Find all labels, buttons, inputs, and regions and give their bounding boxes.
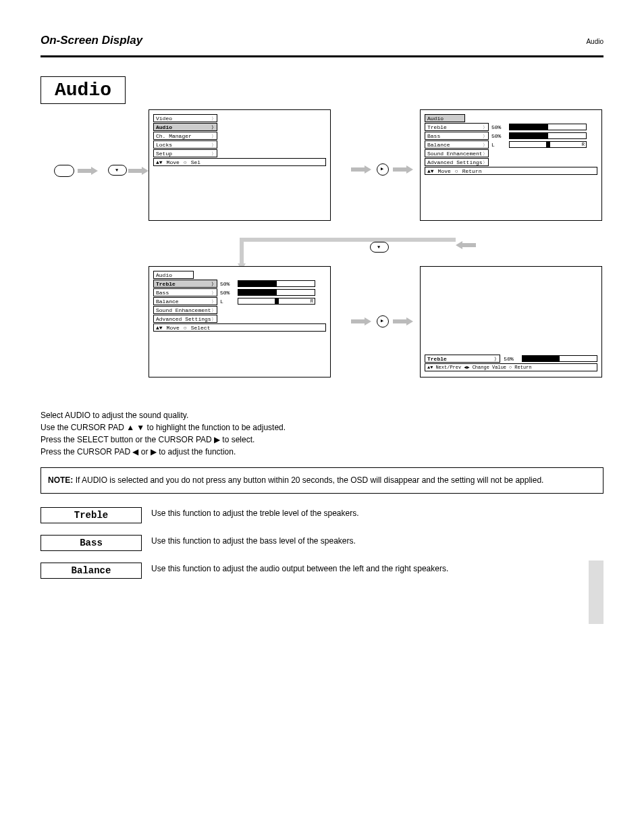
menu-item: Sound Enhancement〉 xyxy=(425,149,489,157)
section-desc: Use this function to adjust the bass lev… xyxy=(151,535,603,546)
osd-screen-audio: Audio Treble〉50% Bass〉50% Balance〉LR Sou… xyxy=(420,109,602,221)
right-button-icon xyxy=(377,163,389,176)
header-section: On-Screen Display xyxy=(41,34,142,47)
note-box: NOTE: If AUDIO is selected and you do no… xyxy=(41,467,603,494)
osd-footer: ▲▼Next/Prev ◀▶Change Value ○Return xyxy=(425,363,597,371)
section-balance: Balance xyxy=(41,563,142,579)
menu-item: Balance〉 xyxy=(425,140,489,149)
arrow-icon xyxy=(351,317,371,325)
arrow-icon xyxy=(128,167,149,175)
breadcrumb: Audio xyxy=(153,271,194,279)
menu-flow-diagram: Video〉 Audio〉 Ch. Manager〉 Locks〉 Setup〉… xyxy=(41,109,603,393)
section-bass: Bass xyxy=(41,535,142,551)
balance-bar: R xyxy=(509,141,587,148)
slider-bar xyxy=(238,289,315,296)
osd-screen-audio-treble-highlighted: Audio Treble〉50% Bass〉50% Balance〉LR Sou… xyxy=(149,266,331,377)
breadcrumb: Audio xyxy=(425,114,465,122)
arrow-icon xyxy=(393,165,413,174)
osd-footer: ▲▼Move ○Select xyxy=(153,323,326,332)
menu-item: Advanced Settings〉 xyxy=(425,158,489,166)
menu-item: Setup〉 xyxy=(153,149,217,157)
section-desc: Use this function to adjust the audio ou… xyxy=(151,563,603,573)
arrow-icon xyxy=(351,165,371,174)
section-treble: Treble xyxy=(41,507,142,523)
menu-item: Sound Enhancement〉 xyxy=(153,306,217,314)
menu-item-selected: Treble〉 xyxy=(153,280,217,288)
menu-item-selected: Audio〉 xyxy=(153,123,217,131)
balance-bar: R xyxy=(238,298,315,305)
slider-bar xyxy=(238,280,315,287)
arrow-icon xyxy=(456,241,476,249)
slider-bar xyxy=(522,355,597,362)
osd-footer: ▲▼Move ○Return xyxy=(425,167,597,175)
menu-item: Bass〉 xyxy=(153,288,217,296)
slider-bar xyxy=(509,124,587,130)
down-button-icon xyxy=(108,165,127,176)
menu-item: Balance〉 xyxy=(153,297,217,305)
side-tab: On-Screen Display xyxy=(589,561,603,624)
header-page-topic: Audio xyxy=(586,38,603,45)
menu-item: Ch. Manager〉 xyxy=(153,132,217,140)
menu-item: Advanced Settings〉 xyxy=(153,315,217,323)
menu-button-icon xyxy=(54,165,74,177)
menu-item-selected: Treble〉 xyxy=(425,355,500,363)
osd-screen-treble-adjust: Treble〉 50% ▲▼Next/Prev ◀▶Change Value ○… xyxy=(420,266,602,377)
slider-bar xyxy=(509,132,587,139)
rule xyxy=(41,55,603,57)
menu-item: Treble〉 xyxy=(425,123,489,131)
arrow-icon xyxy=(78,167,98,175)
title: Audio xyxy=(41,76,126,104)
flow-path xyxy=(240,238,456,270)
osd-screen-main: Video〉 Audio〉 Ch. Manager〉 Locks〉 Setup〉… xyxy=(149,109,331,221)
right-button-icon xyxy=(377,315,389,328)
menu-item: Bass〉 xyxy=(425,132,489,140)
arrow-icon xyxy=(393,317,413,325)
osd-footer: ▲▼Move ○Sel xyxy=(153,158,326,166)
section-desc: Use this function to adjust the treble l… xyxy=(151,507,603,518)
menu-item: Locks〉 xyxy=(153,140,217,149)
menu-item: Video〉 xyxy=(153,114,217,122)
instructions: Select AUDIO to adjust the sound quality… xyxy=(41,409,603,458)
